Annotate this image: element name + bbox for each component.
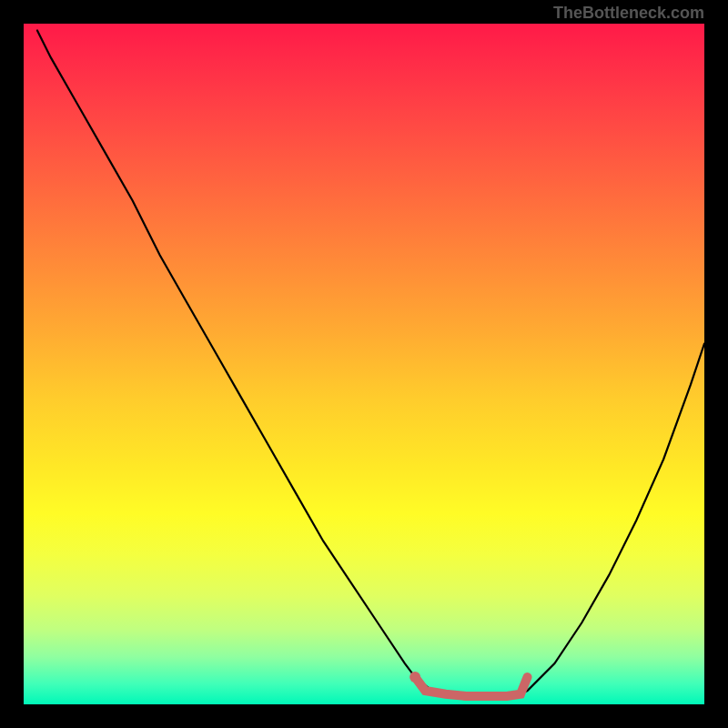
curve-svg: [24, 24, 704, 704]
chart-root: TheBottleneck.com: [0, 0, 728, 728]
plot-area: [24, 24, 704, 704]
highlight-segment: [415, 677, 527, 696]
bottleneck-curve: [37, 30, 704, 697]
highlight-dot: [410, 672, 420, 682]
attribution-text: TheBottleneck.com: [553, 4, 704, 23]
